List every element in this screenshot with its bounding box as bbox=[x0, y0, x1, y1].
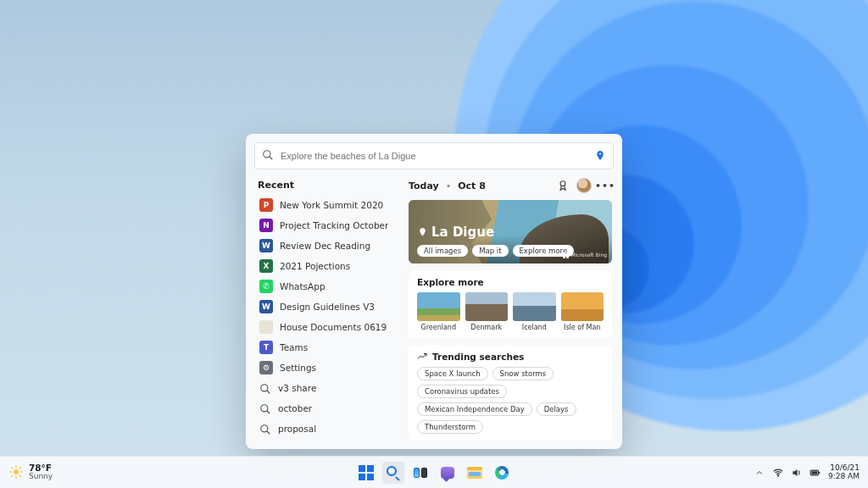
trending-icon bbox=[417, 352, 427, 362]
search-flyout: Recent PNew York Summit 2020NProject Tra… bbox=[246, 134, 622, 449]
recent-item[interactable]: PNew York Summit 2020 bbox=[256, 196, 400, 214]
tray-chevron-icon[interactable] bbox=[754, 467, 765, 479]
explore-heading: Explore more bbox=[417, 277, 604, 287]
teams-icon: T bbox=[259, 341, 273, 354]
trending-chip[interactable]: Delays bbox=[537, 402, 576, 416]
svg-point-10 bbox=[14, 469, 19, 474]
trending-chip[interactable]: Snow storms bbox=[492, 367, 554, 380]
discover-column: Today • Oct 8 ••• La Digue All imagesMap… bbox=[409, 178, 612, 441]
thumb-image bbox=[465, 292, 509, 321]
svg-point-3 bbox=[261, 385, 268, 391]
svg-point-7 bbox=[261, 425, 268, 432]
thumb-image bbox=[561, 292, 604, 321]
powerpoint-icon: P bbox=[259, 198, 273, 212]
search-input[interactable] bbox=[281, 151, 587, 161]
svg-line-18 bbox=[19, 468, 21, 469]
explore-thumb[interactable]: Greenland bbox=[417, 292, 460, 331]
windows-logo-icon bbox=[359, 465, 374, 480]
weather-widget[interactable]: 78°F Sunny bbox=[0, 463, 53, 480]
svg-rect-21 bbox=[811, 471, 817, 474]
word-icon: W bbox=[259, 300, 273, 313]
taskbar: 78°F Sunny 10/6/21 9:28 AM bbox=[0, 456, 868, 488]
recent-item[interactable]: NProject Tracking October bbox=[256, 216, 400, 235]
today-label: Today bbox=[409, 180, 439, 191]
search-icon bbox=[385, 464, 402, 481]
search-icon bbox=[259, 382, 271, 394]
volume-icon[interactable] bbox=[791, 467, 803, 479]
svg-point-0 bbox=[264, 150, 270, 157]
explore-thumb[interactable]: Iceland bbox=[513, 292, 556, 331]
start-button[interactable] bbox=[355, 462, 377, 484]
recent-item[interactable]: october bbox=[256, 399, 400, 418]
onenote-icon: N bbox=[259, 219, 273, 232]
sun-icon bbox=[8, 464, 24, 480]
recent-heading: Recent bbox=[258, 180, 400, 191]
clock[interactable]: 10/6/21 9:28 AM bbox=[828, 464, 860, 480]
recent-item-label: Project Tracking October bbox=[280, 220, 388, 230]
recent-item-label: New York Summit 2020 bbox=[280, 200, 383, 210]
recent-item-label: october bbox=[278, 403, 312, 413]
excel-icon: X bbox=[259, 259, 273, 273]
search-icon bbox=[259, 402, 271, 414]
search-icon bbox=[262, 148, 274, 164]
recent-item-label: Settings bbox=[280, 363, 316, 373]
search-box[interactable] bbox=[254, 142, 614, 169]
task-view-button[interactable] bbox=[409, 462, 431, 484]
hero-pill[interactable]: All images bbox=[417, 245, 468, 257]
trending-heading: Trending searches bbox=[432, 352, 524, 362]
battery-icon[interactable] bbox=[810, 467, 821, 479]
recent-item[interactable]: House Documents 0619 bbox=[256, 318, 400, 336]
recent-item-label: proposal bbox=[278, 424, 316, 434]
explore-card: Explore more GreenlandDenmarkIcelandIsle… bbox=[409, 270, 612, 338]
search-button[interactable] bbox=[382, 462, 404, 484]
recent-item[interactable]: X2021 Pojections bbox=[256, 257, 400, 275]
svg-point-5 bbox=[261, 405, 268, 412]
whatsapp-icon: ✆ bbox=[259, 280, 273, 293]
svg-line-6 bbox=[267, 411, 270, 414]
wifi-icon[interactable] bbox=[772, 467, 784, 479]
recent-item[interactable]: ✆WhatsApp bbox=[256, 277, 400, 296]
recent-item-label: 2021 Pojections bbox=[280, 261, 350, 271]
recent-item[interactable]: ⚙Settings bbox=[256, 358, 400, 377]
weather-condition: Sunny bbox=[29, 473, 53, 480]
file-explorer-button[interactable] bbox=[464, 462, 486, 484]
recent-item-label: Teams bbox=[280, 342, 308, 352]
hero-card[interactable]: La Digue All imagesMap itExplore more Mi… bbox=[409, 200, 612, 263]
search-icon bbox=[259, 423, 271, 435]
recent-item[interactable]: proposal bbox=[256, 419, 400, 438]
trending-chip[interactable]: Coronavirus updates bbox=[417, 385, 507, 398]
clock-time: 9:28 AM bbox=[828, 473, 860, 480]
location-pin-icon bbox=[417, 227, 428, 238]
trending-chip[interactable]: Space X launch bbox=[417, 367, 488, 380]
recent-item[interactable]: TTeams bbox=[256, 338, 400, 357]
trending-chip[interactable]: Mexican Independence Day bbox=[417, 402, 532, 416]
recent-item-label: Review Dec Reading bbox=[280, 241, 370, 251]
explore-thumb[interactable]: Isle of Man bbox=[561, 292, 604, 331]
recent-item-label: House Documents 0619 bbox=[280, 322, 387, 332]
thumb-image bbox=[513, 292, 556, 321]
recent-item[interactable]: WReview Dec Reading bbox=[256, 236, 400, 255]
svg-line-8 bbox=[267, 431, 270, 435]
recent-item[interactable]: WDesign Guidelines V3 bbox=[256, 297, 400, 316]
settings-icon: ⚙ bbox=[259, 361, 273, 374]
svg-rect-22 bbox=[819, 471, 820, 473]
hero-pill[interactable]: Map it bbox=[472, 245, 508, 257]
edge-icon bbox=[495, 466, 509, 480]
recent-item[interactable]: v3 share bbox=[256, 379, 400, 397]
explore-thumb[interactable]: Denmark bbox=[465, 292, 509, 331]
chat-button[interactable] bbox=[437, 462, 459, 484]
svg-line-4 bbox=[267, 391, 270, 394]
trending-card: Trending searches Space X launchSnow sto… bbox=[409, 345, 612, 441]
user-avatar[interactable] bbox=[576, 178, 592, 193]
folder-icon bbox=[467, 467, 482, 479]
trending-chip[interactable]: Thunderstorm bbox=[417, 420, 483, 434]
edge-button[interactable] bbox=[491, 462, 513, 484]
rewards-icon[interactable] bbox=[556, 179, 570, 192]
hero-title: La Digue bbox=[431, 225, 494, 240]
svg-point-19 bbox=[777, 474, 778, 475]
svg-line-15 bbox=[11, 468, 13, 469]
location-pin-icon[interactable] bbox=[594, 150, 606, 162]
more-icon[interactable]: ••• bbox=[598, 179, 612, 192]
thumb-image bbox=[417, 292, 460, 321]
thumb-label: Greenland bbox=[421, 324, 457, 331]
